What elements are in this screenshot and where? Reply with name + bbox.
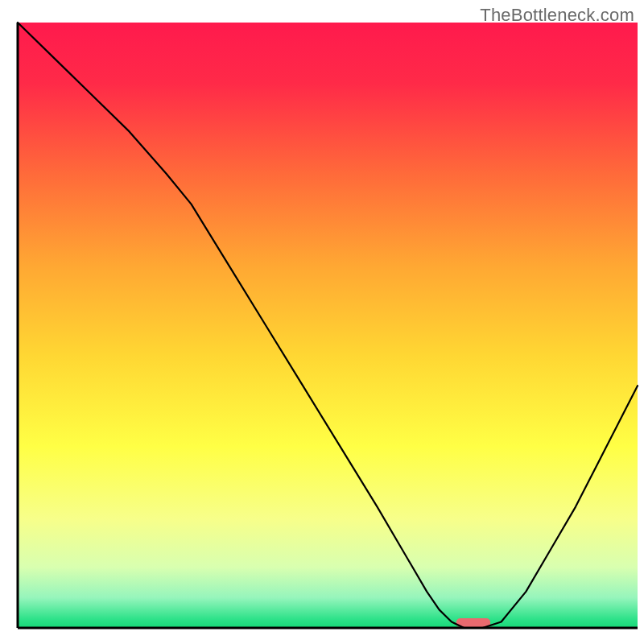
chart-svg <box>0 0 644 644</box>
watermark-label: TheBottleneck.com <box>480 5 634 26</box>
bottleneck-chart: TheBottleneck.com <box>0 0 644 644</box>
